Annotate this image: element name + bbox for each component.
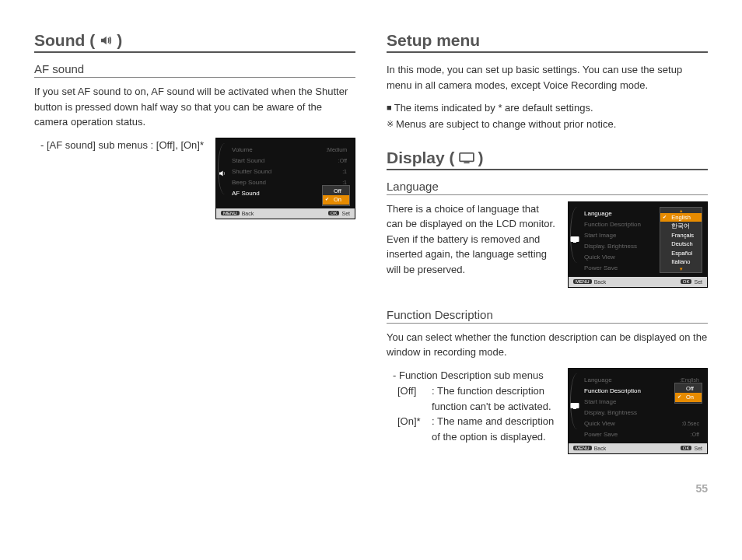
- svg-rect-6: [573, 242, 576, 243]
- menu-item[interactable]: Volume:Medium: [232, 145, 352, 156]
- section-title-display: Display ( ): [387, 149, 708, 170]
- left-column: Sound ( ) AF sound If you set AF sound t…: [34, 31, 355, 468]
- menu-item-label: Start Sound: [232, 158, 264, 164]
- chevron-down-icon[interactable]: ▼: [660, 267, 702, 271]
- back-label[interactable]: Back: [594, 279, 607, 285]
- subheading-language: Language: [387, 180, 708, 195]
- camera-menu-af-sound: Volume:MediumStart Sound:OffShutter Soun…: [215, 138, 355, 219]
- option-popup[interactable]: ▲English한국어FrançaisDeutschEspañolItalian…: [660, 207, 702, 273]
- svg-rect-3: [460, 153, 473, 160]
- menu-item-label: Power Save: [584, 432, 618, 438]
- menu-item-label: Power Save: [584, 265, 618, 271]
- menu-item-label: Start Image: [584, 233, 616, 239]
- menu-item[interactable]: Display. Brightness: [584, 408, 704, 418]
- fd-on-row: [On]* : The name and description of the …: [397, 414, 557, 444]
- menu-badge: MENU: [573, 279, 592, 284]
- svg-rect-4: [464, 162, 469, 163]
- menu-item-value: :0.5sec: [681, 421, 699, 426]
- menu-item-value: :Off: [691, 432, 699, 437]
- ok-badge: OK: [681, 279, 692, 284]
- set-label[interactable]: Set: [694, 279, 702, 285]
- camera-footer: MENUBack OKSet: [216, 208, 355, 219]
- title-text: Sound (: [34, 31, 95, 50]
- menu-item-label: Quick View: [584, 254, 615, 261]
- menu-item-label: Quick View: [584, 421, 615, 427]
- menu-item-value: :Off: [338, 158, 347, 163]
- menu-item-label: Beep Sound: [232, 180, 266, 186]
- fd-desc: You can select whether the function desc…: [387, 330, 708, 360]
- section-title-setup: Setup menu: [387, 31, 708, 53]
- menu-item-label: Volume: [232, 147, 253, 153]
- option-popup[interactable]: OffOn: [674, 383, 702, 404]
- af-sound-submenus: - [AF sound] sub menus : [Off], [On]*: [34, 138, 205, 154]
- popup-option[interactable]: Off: [675, 384, 702, 394]
- subheading-af-sound: AF sound: [34, 62, 355, 78]
- popup-option[interactable]: Español: [660, 249, 702, 258]
- svg-rect-8: [573, 408, 576, 409]
- set-label[interactable]: Set: [694, 446, 702, 451]
- menu-item-label: Display. Brightness: [584, 410, 637, 416]
- right-column: Setup menu In this mode, you can set up …: [387, 31, 708, 468]
- option-popup[interactable]: OffOn: [322, 185, 350, 206]
- title-text-close: ): [117, 31, 122, 50]
- display-icon: [570, 236, 579, 243]
- menu-badge: MENU: [221, 211, 240, 215]
- af-sound-desc: If you set AF sound to on, AF sound will…: [34, 84, 355, 130]
- page-number: 55: [34, 482, 708, 495]
- menu-item[interactable]: Start Sound:Off: [232, 156, 352, 166]
- menu-item-label: Shutter Sound: [232, 169, 271, 175]
- svg-rect-7: [571, 403, 579, 408]
- back-label[interactable]: Back: [242, 211, 254, 216]
- setup-bullet-1: ■ The items indicated by * are default s…: [387, 100, 708, 117]
- camera-footer: MENUBack OKSet: [569, 277, 707, 287]
- menu-item-value: :Medium: [326, 147, 347, 152]
- menu-item-label: AF Sound: [232, 191, 260, 197]
- popup-option[interactable]: Off: [323, 187, 349, 196]
- sound-icon: [218, 169, 227, 178]
- menu-item[interactable]: Power Save:Off: [584, 429, 704, 440]
- camera-menu-function-description: Language:EnglishFunction DescriptionStar…: [568, 368, 708, 454]
- display-icon: [570, 402, 579, 410]
- ok-badge: OK: [328, 211, 340, 215]
- menu-item-label: Function Description: [584, 222, 641, 228]
- svg-marker-1: [219, 170, 223, 176]
- menu-badge: MENU: [573, 446, 592, 450]
- menu-item-label: Display. Brightness: [584, 243, 637, 250]
- section-title-sound: Sound ( ): [34, 31, 355, 53]
- fd-off-row: [Off] : The function description functio…: [397, 383, 557, 414]
- setup-desc: In this mode, you can set up basic setti…: [387, 62, 708, 93]
- fd-sub-intro: - Function Description sub menus: [387, 368, 557, 384]
- menu-item[interactable]: Shutter Sound:1: [232, 166, 352, 177]
- menu-item[interactable]: Quick View:0.5sec: [584, 418, 704, 429]
- popup-option[interactable]: Français: [660, 231, 702, 240]
- menu-item-label: Language: [584, 211, 612, 217]
- svg-marker-0: [101, 37, 107, 45]
- set-label[interactable]: Set: [341, 211, 350, 216]
- ok-badge: OK: [681, 446, 692, 450]
- camera-footer: MENUBack OKSet: [569, 443, 707, 453]
- menu-item-label: Function Description: [584, 388, 641, 394]
- popup-option[interactable]: 한국어: [660, 222, 702, 231]
- popup-option[interactable]: Deutsch: [660, 240, 702, 249]
- title-text-close: ): [478, 149, 484, 167]
- sound-icon: [98, 33, 114, 47]
- back-label[interactable]: Back: [594, 446, 607, 451]
- camera-menu-language: LanguageFunction DescriptionStart ImageD…: [568, 201, 708, 288]
- language-desc: There is a choice of language that can b…: [387, 201, 557, 278]
- subheading-function-description: Function Description: [387, 308, 708, 324]
- svg-rect-5: [571, 236, 579, 242]
- menu-item-label: Start Image: [584, 399, 616, 405]
- menu-item-label: Language: [584, 377, 612, 383]
- popup-option[interactable]: On: [675, 393, 702, 402]
- title-text: Display (: [387, 149, 455, 167]
- popup-option[interactable]: On: [323, 195, 349, 205]
- popup-option[interactable]: Italiano: [660, 257, 702, 267]
- display-icon: [458, 152, 475, 164]
- setup-bullet-2: ※ Menus are subject to change without pr…: [387, 117, 708, 133]
- popup-option[interactable]: English: [660, 213, 702, 222]
- menu-item-value: :1: [342, 169, 347, 174]
